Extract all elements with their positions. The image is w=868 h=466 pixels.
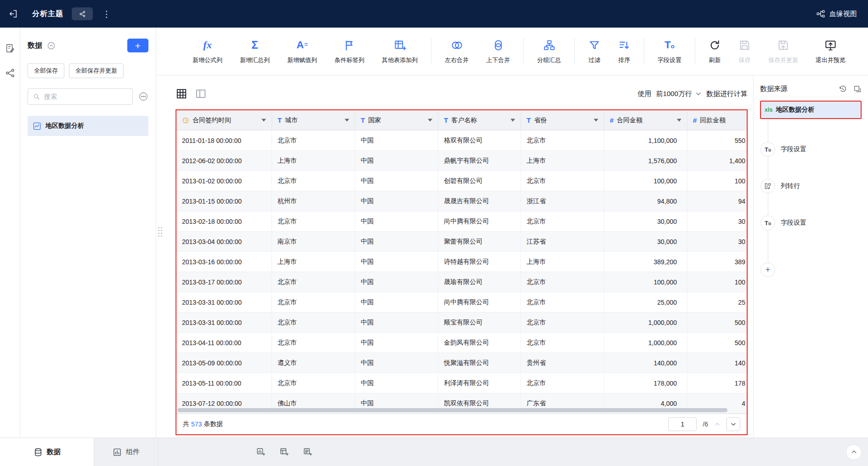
toolbar-button-refresh[interactable]: 刷新	[700, 38, 730, 64]
table-cell-contract-amount: 389,200	[604, 252, 687, 272]
toolbar-button-exit-preview[interactable]: 退出并预览	[807, 38, 854, 64]
report-add-icon[interactable]	[303, 447, 312, 457]
table-add-icon[interactable]	[279, 447, 289, 457]
text-type-icon: T	[527, 116, 531, 124]
table-row[interactable]: 2013-05-11 00:00:00北京市中国利泽涛有限公司北京市178,00…	[176, 373, 747, 393]
column-dropdown-caret[interactable]	[345, 119, 349, 122]
chart-add-icon[interactable]	[256, 447, 266, 457]
table-cell-payment-amount: 100	[687, 171, 747, 191]
table-cell-city: 北京市	[272, 171, 355, 191]
horizontal-scrollbar-thumb[interactable]	[177, 408, 727, 412]
column-header-province[interactable]: T省份	[521, 110, 604, 130]
dataset-list-item[interactable]: 地区数据分析	[28, 116, 148, 136]
table-cell-country: 中国	[355, 333, 438, 352]
column-header-contract-sign-time[interactable]: 合同签约时间	[176, 110, 272, 130]
toolbar-button-merge-lr[interactable]: 左右合并	[436, 38, 477, 64]
column-header-payment-amount[interactable]: #回款金额	[687, 110, 747, 130]
table-cell-city: 上海市	[272, 252, 355, 272]
table-cell-contract-sign-time: 2013-03-31 00:00:00	[176, 292, 272, 312]
column-header-contract-amount[interactable]: #合同金额	[604, 110, 687, 130]
table-row[interactable]: 2013-03-16 00:00:00上海市中国诗特越有限公司上海市389,20…	[176, 252, 747, 272]
source-step-transpose[interactable]: 列转行	[760, 179, 862, 193]
save-all-update-button[interactable]: 全部保存并更新	[69, 63, 124, 78]
toolbar-button-sort[interactable]: 排序	[609, 38, 639, 64]
table-row[interactable]: 2013-03-17 00:00:00北京市中国晟瑜有限公司北京市100,000…	[176, 272, 747, 292]
use-suffix-label: 数据进行计算	[706, 90, 748, 98]
edit-data-icon[interactable]	[5, 43, 15, 53]
collapse-panel-icon[interactable]	[47, 41, 56, 50]
add-step-button[interactable]: +	[760, 262, 775, 277]
panel-switch-icon[interactable]	[853, 85, 862, 93]
field-setting-icon[interactable]: To	[760, 142, 775, 157]
card-view-toggle[interactable]	[195, 88, 207, 100]
column-header-customer-name[interactable]: T客户名称	[438, 110, 521, 130]
more-menu-button[interactable]: ⋮	[102, 9, 111, 19]
column-header-city[interactable]: T城市	[272, 110, 355, 130]
column-dropdown-caret[interactable]	[428, 119, 432, 122]
field-setting-icon[interactable]: To	[760, 216, 775, 230]
toolbar-button-field-setting[interactable]: To字段设置	[649, 38, 690, 64]
table-row[interactable]: 2013-01-02 00:00:00北京市中国创碧有限公司北京市100,000…	[176, 171, 747, 191]
previous-page-button[interactable]	[714, 421, 720, 427]
table-row[interactable]: 2012-06-02 00:00:00上海市中国鼎帆宇有限公司上海市1,576,…	[176, 151, 747, 171]
column-header-country[interactable]: T国家	[355, 110, 438, 130]
panel-resize-handle[interactable]	[158, 227, 162, 237]
toolbar: fx新增公式列Σ新增汇总列A=新增赋值列条件标签列其他表添加列左右合并上下合并分…	[156, 28, 868, 75]
exit-button[interactable]	[0, 9, 27, 19]
toolbar-button-merge-tb[interactable]: 上下合并	[477, 38, 519, 64]
search-options-icon[interactable]	[138, 91, 148, 102]
table-row[interactable]: 2011-01-18 00:00:00北京市中国格双有限公司北京市1,100,0…	[176, 131, 747, 151]
lineage-view-button[interactable]: 血缘视图	[816, 9, 857, 18]
transpose-icon[interactable]	[760, 179, 775, 193]
bottom-tab-chart[interactable]: 组件	[94, 438, 159, 466]
toolbar-button-sigma[interactable]: Σ新增汇总列	[231, 38, 278, 64]
toolbar-button-label: 新增公式列	[193, 56, 222, 64]
text-type-icon: T	[444, 116, 448, 124]
toolbar-button-table-add[interactable]: 其他表添加列	[373, 38, 426, 64]
table-cell-customer-name: 晟瑜有限公司	[438, 272, 521, 292]
table-row[interactable]: 2013-02-18 00:00:00北京市中国尚中腾有限公司北京市30,000…	[176, 211, 747, 232]
column-dropdown-caret[interactable]	[677, 119, 681, 122]
field-setting-icon: To	[664, 38, 674, 52]
bottom-tab-database[interactable]: 数据	[0, 438, 94, 466]
data-table: 合同签约时间T城市T国家T客户名称T省份#合同金额#回款金额 2011-01-1…	[176, 109, 748, 435]
table-cell-city: 北京市	[272, 131, 355, 150]
toolbar-button-formula[interactable]: fx新增公式列	[184, 38, 231, 64]
relation-view-icon[interactable]	[5, 68, 15, 78]
table-cell-customer-name: 鼎帆宇有限公司	[438, 151, 521, 170]
column-dropdown-caret[interactable]	[594, 119, 598, 122]
toolbar-button-group-summary[interactable]: 分组汇总	[528, 38, 570, 64]
table-cell-province: 上海市	[521, 151, 604, 170]
source-dataset[interactable]: xls 地区数据分析	[760, 101, 862, 119]
expand-panel-button[interactable]	[846, 444, 862, 460]
history-icon[interactable]	[839, 85, 847, 93]
table-row[interactable]: 2013-05-09 00:00:00遵义市中国悦聚滋有限公司贵州省140,00…	[176, 353, 747, 373]
toolbar-button-filter[interactable]: 过滤	[579, 38, 609, 64]
column-dropdown-caret[interactable]	[261, 119, 266, 122]
table-cell-city: 北京市	[272, 292, 355, 312]
share-button[interactable]	[72, 7, 93, 20]
table-row[interactable]: 2013-03-04 00:00:00南京市中国聚蕾有限公司江苏省30,0003…	[176, 232, 747, 252]
column-dropdown-caret[interactable]	[511, 119, 515, 122]
search-input[interactable]	[44, 93, 128, 100]
row-limit-dropdown[interactable]: 前1000万行	[656, 90, 702, 98]
toolbar-button-assign[interactable]: A=新增赋值列	[278, 38, 326, 64]
table-row[interactable]: 2013-04-11 00:00:00北京市中国金韵凤有限公司北京市1,000,…	[176, 333, 747, 353]
search-box[interactable]	[28, 88, 133, 105]
source-step-field-setting[interactable]: To字段设置	[760, 142, 862, 157]
bottom-bar: 数据组件	[0, 438, 868, 466]
page-input[interactable]	[668, 417, 697, 431]
table-row[interactable]: 2013-03-31 00:00:00北京市中国尚中腾有限公司北京市25,000…	[176, 292, 747, 313]
toolbar-button-save-update: 保存并更新	[760, 38, 807, 64]
source-step-field-setting[interactable]: To字段设置	[760, 216, 862, 230]
table-row[interactable]: 2013-03-31 00:00:00北京市中国顺宝有限公司北京市1,000,0…	[176, 313, 747, 333]
grid-view-toggle[interactable]	[176, 88, 187, 100]
save-all-button[interactable]: 全部保存	[28, 63, 64, 78]
next-page-button[interactable]	[726, 417, 740, 431]
table-cell-country: 中国	[355, 211, 438, 231]
toolbar-button-flag[interactable]: 条件标签列	[326, 38, 373, 64]
table-row[interactable]: 2013-01-15 00:00:00杭州市中国晟晟吉有限公司浙江省94,800…	[176, 191, 747, 211]
table-cell-payment-amount: 1,400	[687, 151, 747, 170]
table-cell-country: 中国	[355, 292, 438, 312]
add-dataset-button[interactable]: +	[127, 39, 148, 52]
